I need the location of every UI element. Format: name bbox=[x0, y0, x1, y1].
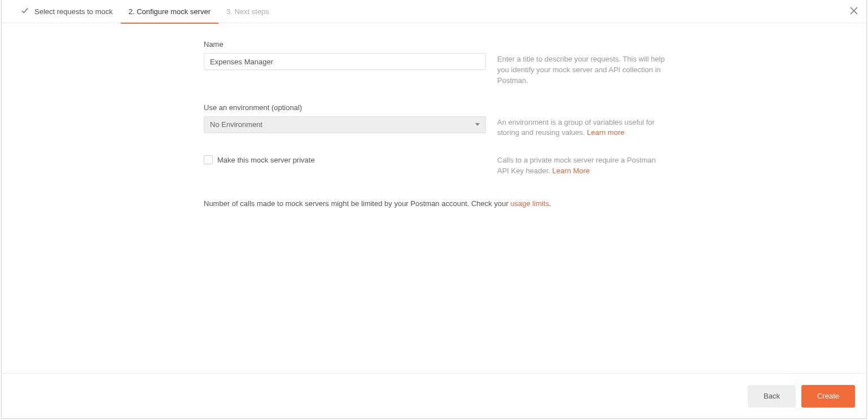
private-checkbox-label: Make this mock server private bbox=[217, 156, 315, 164]
tab-configure-mock[interactable]: 2. Configure mock server bbox=[121, 0, 218, 23]
tab-select-requests[interactable]: Select requests to mock bbox=[13, 0, 121, 23]
dialog-content: Name Enter a title to describe your requ… bbox=[2, 23, 866, 373]
close-icon bbox=[850, 7, 858, 16]
environment-help-text: An environment is a group of variables u… bbox=[497, 103, 667, 139]
name-help-text: Enter a title to describe your requests.… bbox=[497, 40, 667, 86]
tab-next-steps: 3. Next steps bbox=[218, 0, 277, 23]
environment-field-wrap: Use an environment (optional) No Environ… bbox=[204, 103, 486, 133]
wizard-tabs: Select requests to mock 2. Configure moc… bbox=[2, 0, 866, 23]
environment-help-prefix: An environment is a group of variables u… bbox=[497, 118, 655, 137]
dialog-footer: Back Create bbox=[2, 373, 866, 418]
private-row: Make this mock server private Calls to a… bbox=[204, 155, 667, 177]
create-button[interactable]: Create bbox=[801, 385, 855, 408]
name-input[interactable] bbox=[204, 53, 486, 70]
name-label: Name bbox=[204, 40, 486, 49]
tab-label: Select requests to mock bbox=[34, 7, 113, 16]
private-help-text: Calls to a private mock server require a… bbox=[497, 155, 667, 177]
private-checkbox-row: Make this mock server private bbox=[204, 155, 486, 164]
checkmark-icon bbox=[21, 7, 29, 16]
private-learn-more-link[interactable]: Learn More bbox=[553, 167, 590, 175]
usage-limits-link[interactable]: usage limits bbox=[510, 199, 549, 208]
tab-label: 3. Next steps bbox=[226, 7, 269, 16]
private-checkbox[interactable] bbox=[204, 155, 213, 164]
tab-label: 2. Configure mock server bbox=[129, 7, 211, 16]
form-area: Name Enter a title to describe your requ… bbox=[204, 40, 667, 208]
environment-select[interactable]: No Environment bbox=[204, 116, 486, 133]
limits-suffix: . bbox=[549, 199, 551, 208]
name-field-wrap: Name bbox=[204, 40, 486, 70]
back-button[interactable]: Back bbox=[748, 385, 796, 408]
close-button[interactable] bbox=[847, 5, 861, 18]
usage-limits-info: Number of calls made to mock servers mig… bbox=[204, 199, 667, 208]
name-row: Name Enter a title to describe your requ… bbox=[204, 40, 667, 86]
environment-learn-more-link[interactable]: Learn more bbox=[587, 128, 624, 137]
chevron-down-icon bbox=[475, 123, 480, 126]
limits-prefix: Number of calls made to mock servers mig… bbox=[204, 199, 510, 208]
private-field-wrap: Make this mock server private bbox=[204, 155, 486, 164]
environment-label: Use an environment (optional) bbox=[204, 103, 486, 112]
environment-row: Use an environment (optional) No Environ… bbox=[204, 103, 667, 139]
environment-selected-value: No Environment bbox=[210, 120, 262, 129]
mock-server-dialog: Select requests to mock 2. Configure moc… bbox=[1, 0, 867, 419]
